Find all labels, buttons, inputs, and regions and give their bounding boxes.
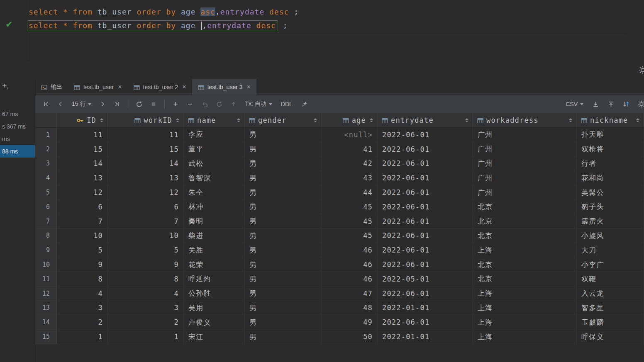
cell-workaddress[interactable]: 上海 <box>473 287 577 301</box>
stop-icon[interactable] <box>149 99 159 109</box>
cell-gender[interactable]: 男 <box>245 229 322 243</box>
settings-gear-icon[interactable] <box>637 99 644 109</box>
cell-name[interactable]: 花荣 <box>184 258 245 272</box>
cell-workaddress[interactable]: 北京 <box>473 272 577 287</box>
cell-nickname[interactable]: 豹子头 <box>577 200 644 214</box>
row-number[interactable]: 11 <box>35 272 57 287</box>
cell-entrydate[interactable]: 2022-06-01 <box>378 229 473 243</box>
cell-age[interactable]: <null> <box>322 128 378 142</box>
cell-workID[interactable]: 14 <box>108 157 184 171</box>
cell-entrydate[interactable]: 2022-06-01 <box>378 315 473 330</box>
cell-gender[interactable]: 男 <box>245 185 322 200</box>
first-page-button[interactable] <box>41 99 51 109</box>
cell-age[interactable]: 44 <box>322 185 378 200</box>
cell-age[interactable]: 43 <box>322 171 378 185</box>
sort-icon[interactable] <box>237 118 240 122</box>
cell-nickname[interactable]: 双鞭 <box>577 272 644 287</box>
cell-nickname[interactable]: 扑天雕 <box>577 128 644 142</box>
cell-workID[interactable]: 12 <box>108 185 184 200</box>
cell-entrydate[interactable]: 2022-05-01 <box>378 272 473 287</box>
cell-ID[interactable]: 2 <box>57 315 108 330</box>
row-number[interactable]: 10 <box>35 258 57 272</box>
tab-test-tb_user-2[interactable]: test.tb_user 2× <box>128 79 192 95</box>
cell-age[interactable]: 48 <box>322 301 378 316</box>
cell-nickname[interactable]: 双枪将 <box>577 142 644 157</box>
row-number[interactable]: 1 <box>35 128 57 142</box>
cell-workaddress[interactable]: 上海 <box>473 301 577 316</box>
cell-gender[interactable]: 男 <box>245 128 322 142</box>
tab-test-tb_user[interactable]: test.tb_user× <box>68 79 128 95</box>
row-number[interactable]: 5 <box>35 185 57 200</box>
cell-age[interactable]: 45 <box>322 229 378 243</box>
cell-workID[interactable]: 3 <box>108 301 184 316</box>
cell-ID[interactable]: 12 <box>57 185 108 200</box>
timing-item[interactable]: s 367 ms <box>0 120 35 133</box>
cell-workID[interactable]: 11 <box>108 128 184 142</box>
cell-name[interactable]: 武松 <box>184 157 245 171</box>
cell-nickname[interactable]: 花和尚 <box>577 171 644 185</box>
cell-workaddress[interactable]: 广州 <box>473 157 577 171</box>
add-button[interactable]: +, <box>2 81 9 90</box>
column-header-nickname[interactable]: nickname <box>577 113 644 127</box>
cell-entrydate[interactable]: 2022-01-01 <box>378 330 473 344</box>
cell-age[interactable]: 46 <box>322 258 378 272</box>
cell-entrydate[interactable]: 2022-06-01 <box>378 214 473 229</box>
cell-entrydate[interactable]: 2022-06-01 <box>378 128 473 142</box>
cell-entrydate[interactable]: 2022-06-01 <box>378 157 473 171</box>
cell-gender[interactable]: 男 <box>245 243 322 258</box>
cell-nickname[interactable]: 入云龙 <box>577 287 644 301</box>
page-size-select[interactable]: 15 行 <box>70 100 93 108</box>
cell-workID[interactable]: 15 <box>108 142 184 157</box>
column-header-workaddress[interactable]: workaddress <box>473 113 577 127</box>
cell-nickname[interactable]: 小旋风 <box>577 229 644 243</box>
cell-entrydate[interactable]: 2022-06-01 <box>378 185 473 200</box>
cell-entrydate[interactable]: 2022-01-01 <box>378 301 473 316</box>
cell-name[interactable]: 卢俊义 <box>184 315 245 330</box>
cell-ID[interactable]: 5 <box>57 243 108 258</box>
cell-nickname[interactable]: 行者 <box>577 157 644 171</box>
gear-icon[interactable] <box>638 66 644 75</box>
undo-icon[interactable] <box>200 99 210 109</box>
cell-gender[interactable]: 男 <box>245 214 322 229</box>
export-format-select[interactable]: CSV <box>564 101 585 107</box>
column-header-workID[interactable]: workID <box>108 113 184 127</box>
cell-workaddress[interactable]: 上海 <box>473 315 577 330</box>
cell-nickname[interactable]: 霹雳火 <box>577 214 644 229</box>
cell-nickname[interactable]: 智多星 <box>577 301 644 316</box>
cell-name[interactable]: 呼延灼 <box>184 272 245 287</box>
cell-age[interactable]: 49 <box>322 315 378 330</box>
cell-ID[interactable]: 8 <box>57 272 108 287</box>
cell-age[interactable]: 46 <box>322 272 378 287</box>
cell-ID[interactable]: 7 <box>57 214 108 229</box>
delete-row-button[interactable] <box>185 99 195 109</box>
cell-workaddress[interactable]: 广州 <box>473 171 577 185</box>
row-number[interactable]: 14 <box>35 315 57 330</box>
cell-ID[interactable]: 3 <box>57 301 108 316</box>
cell-workaddress[interactable]: 广州 <box>473 185 577 200</box>
column-header-gender[interactable]: gender <box>245 113 322 127</box>
cell-ID[interactable]: 6 <box>57 200 108 214</box>
cell-nickname[interactable]: 美髯公 <box>577 185 644 200</box>
sql-editor[interactable]: ✔ select * from tb_user order by age asc… <box>0 0 644 60</box>
cell-workaddress[interactable]: 北京 <box>473 200 577 214</box>
cell-age[interactable]: 46 <box>322 243 378 258</box>
tab-close-icon[interactable]: × <box>247 83 251 91</box>
cell-age[interactable]: 45 <box>322 214 378 229</box>
column-header-entrydate[interactable]: entrydate <box>378 113 473 127</box>
timing-item[interactable]: ms <box>0 133 35 145</box>
tab-close-icon[interactable]: × <box>182 83 186 91</box>
sort-icon[interactable] <box>176 118 179 122</box>
sql-line-2[interactable]: select * from tb_user order by age ,entr… <box>29 19 288 32</box>
tx-mode-select[interactable]: Tx: 自动 <box>243 100 273 108</box>
cell-ID[interactable]: 10 <box>57 229 108 243</box>
cell-ID[interactable]: 15 <box>57 142 108 157</box>
cell-age[interactable]: 41 <box>322 142 378 157</box>
tab-output[interactable]: 输出 <box>35 79 68 95</box>
cell-workaddress[interactable]: 上海 <box>473 330 577 344</box>
compare-data-icon[interactable] <box>621 99 631 109</box>
cell-name[interactable]: 秦明 <box>184 214 245 229</box>
ddl-button[interactable]: DDL <box>278 101 295 107</box>
rollback-icon[interactable] <box>214 99 224 109</box>
sort-icon[interactable] <box>636 118 639 122</box>
cell-gender[interactable]: 男 <box>245 142 322 157</box>
